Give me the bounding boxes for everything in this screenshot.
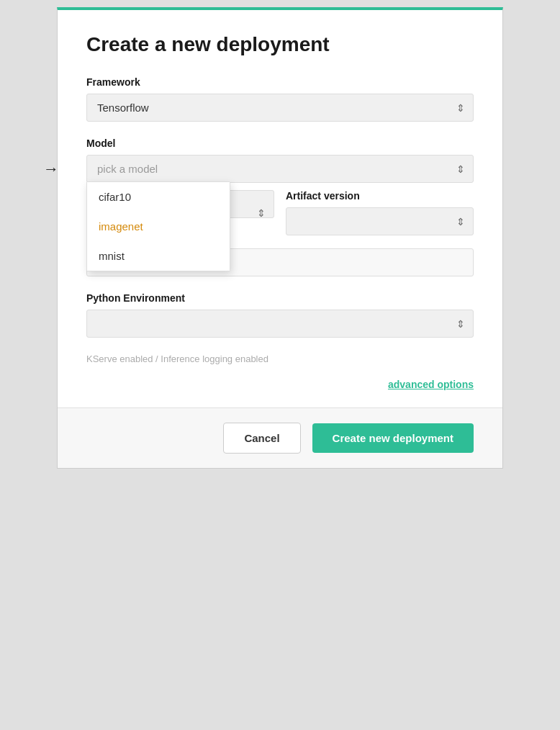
arrow-indicator: → (43, 160, 59, 179)
dropdown-item-imagenet[interactable]: imagenet (87, 212, 230, 241)
dropdown-item-mnist[interactable]: mnist (87, 241, 230, 271)
page-wrapper: Create a new deployment Framework Tensor… (0, 0, 560, 730)
kserve-info: KServe enabled / Inference logging enabl… (86, 353, 474, 364)
page-title: Create a new deployment (86, 33, 474, 56)
model-dropdown-menu: cifar10 imagenet mnist (86, 181, 230, 271)
modal-footer: Cancel Create new deployment (58, 407, 502, 468)
artifact-version-wrapper: ⇕ (286, 207, 474, 235)
model-select-wrapper: pick a model cifar10 imagenet mnist ⇕ (86, 155, 474, 183)
python-env-section: Python Environment ⇕ (86, 292, 474, 338)
artifact-version-label: Artifact version (286, 190, 474, 202)
advanced-options-link[interactable]: advanced options (86, 379, 474, 407)
framework-select-wrapper: Tensorflow PyTorch Scikit-learn ONNX ⇕ (86, 94, 474, 122)
python-env-label: Python Environment (86, 292, 474, 304)
modal-body: Create a new deployment Framework Tensor… (58, 10, 502, 407)
dropdown-item-cifar10[interactable]: cifar10 (87, 182, 230, 212)
model-select[interactable]: pick a model cifar10 imagenet mnist (86, 155, 474, 183)
model-label: Model (86, 138, 474, 149)
framework-label: Framework (86, 76, 474, 88)
python-env-select-wrapper: ⇕ (86, 310, 474, 338)
cancel-button[interactable]: Cancel (223, 423, 300, 454)
model-section: → pick a model cifar10 imagenet mnist ⇕ … (86, 155, 474, 183)
python-env-select[interactable] (86, 310, 474, 338)
modal-container: Create a new deployment Framework Tensor… (57, 7, 503, 469)
create-deployment-button[interactable]: Create new deployment (312, 423, 474, 453)
artifact-version-select[interactable] (286, 207, 474, 235)
artifact-version-section: Artifact version ⇕ (286, 190, 474, 235)
framework-select[interactable]: Tensorflow PyTorch Scikit-learn ONNX (86, 94, 474, 122)
